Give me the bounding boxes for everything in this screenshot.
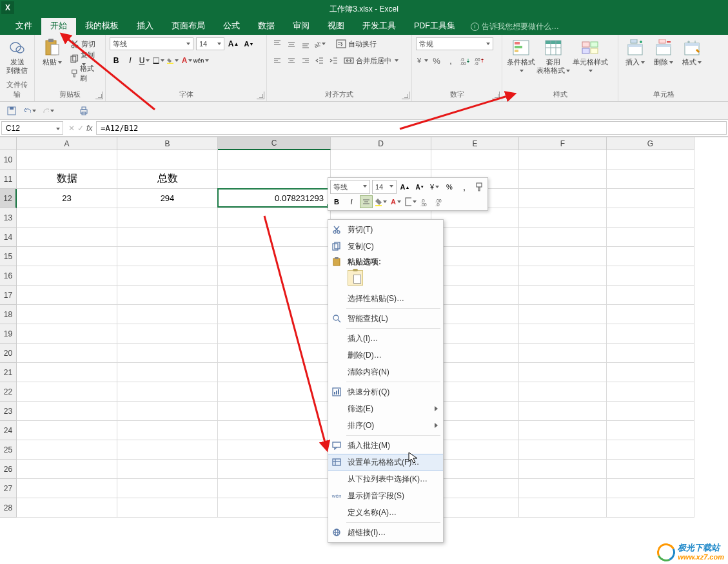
cell-C19[interactable] — [218, 324, 331, 344]
cell-A16[interactable] — [17, 266, 117, 286]
cell-C26[interactable] — [218, 460, 331, 479]
ctx-paste-default[interactable] — [348, 270, 363, 286]
format-painter-button[interactable]: 格式刷 — [68, 67, 101, 80]
cell-F25[interactable] — [519, 440, 607, 460]
cell-G24[interactable] — [607, 421, 694, 440]
mini-align-center-icon[interactable] — [360, 195, 373, 208]
format-as-table-button[interactable]: 套用 表格格式 — [538, 37, 568, 75]
cell-B13[interactable] — [117, 208, 218, 228]
cell-A25[interactable] — [17, 440, 117, 460]
tab-data[interactable]: 数据 — [249, 17, 284, 35]
cell-B18[interactable] — [117, 305, 218, 324]
cut-button[interactable]: 剪切 — [68, 37, 101, 50]
cell-G18[interactable] — [607, 305, 694, 324]
cell-B23[interactable] — [117, 402, 218, 421]
cell-A23[interactable] — [17, 402, 117, 421]
cell-E27[interactable] — [431, 479, 519, 498]
ctx-clear[interactable]: 清除内容(N) — [328, 364, 443, 380]
ctx-filter[interactable]: 筛选(E) — [328, 400, 443, 417]
cell-A19[interactable] — [17, 324, 117, 344]
decrease-font-icon[interactable]: A▼ — [242, 37, 255, 50]
border-button[interactable] — [152, 54, 165, 67]
ctx-sort[interactable]: 排序(O) — [328, 417, 443, 434]
cell-C28[interactable] — [218, 498, 331, 518]
cell-F27[interactable] — [519, 479, 607, 498]
mini-font-combo[interactable]: 等线 — [330, 180, 370, 194]
cell-B26[interactable] — [117, 460, 218, 479]
tab-templates[interactable]: 我的模板 — [76, 17, 128, 35]
cell-F17[interactable] — [519, 286, 607, 305]
align-bottom-icon[interactable] — [299, 37, 312, 50]
row-header-26[interactable]: 26 — [0, 460, 17, 479]
cell-G22[interactable] — [607, 382, 694, 402]
row-header-13[interactable]: 13 — [0, 208, 17, 228]
cell-B27[interactable] — [117, 479, 218, 498]
cell-B15[interactable] — [117, 247, 218, 266]
increase-font-icon[interactable]: A▲ — [227, 37, 240, 50]
col-header-F[interactable]: F — [519, 137, 607, 150]
mini-painter-icon[interactable] — [473, 180, 486, 193]
align-right-icon[interactable] — [299, 54, 312, 67]
cell-E18[interactable] — [431, 305, 519, 324]
cell-C22[interactable] — [218, 382, 331, 402]
cell-F22[interactable] — [519, 382, 607, 402]
mini-increase-font-icon[interactable]: A▲ — [398, 180, 411, 193]
mini-size-combo[interactable]: 14 — [372, 180, 397, 194]
ctx-insert[interactable]: 插入(I)… — [328, 330, 443, 347]
cell-C27[interactable] — [218, 479, 331, 498]
tab-dev[interactable]: 开发工具 — [353, 17, 405, 35]
ctx-format-cells[interactable]: 设置单元格格式(F)… — [328, 454, 443, 471]
mini-fill-icon[interactable] — [375, 195, 388, 208]
cell-F12[interactable] — [519, 189, 607, 208]
increase-indent-icon[interactable] — [328, 54, 340, 67]
cell-G20[interactable] — [607, 344, 694, 363]
cell-E10[interactable] — [431, 150, 519, 170]
cell-B24[interactable] — [117, 421, 218, 440]
row-header-10[interactable]: 10 — [0, 150, 17, 170]
cell-F28[interactable] — [519, 498, 607, 518]
cell-F18[interactable] — [519, 305, 607, 324]
cell-E15[interactable] — [431, 247, 519, 266]
cancel-formula-icon[interactable]: ✕ — [68, 124, 75, 133]
row-header-18[interactable]: 18 — [0, 305, 17, 324]
tab-layout[interactable]: 页面布局 — [162, 17, 214, 35]
font-size-combo[interactable]: 14 — [196, 37, 224, 50]
cell-G17[interactable] — [607, 286, 694, 305]
number-format-combo[interactable]: 常规 — [416, 37, 493, 50]
font-name-combo[interactable]: 等线 — [110, 37, 193, 50]
row-header-14[interactable]: 14 — [0, 228, 17, 247]
font-launcher[interactable] — [257, 92, 264, 99]
italic-button[interactable]: I — [124, 54, 137, 67]
cell-A20[interactable] — [17, 344, 117, 363]
mini-decrease-font-icon[interactable]: A▼ — [413, 180, 426, 193]
select-all-corner[interactable] — [0, 137, 17, 150]
tab-file[interactable]: 文件 — [6, 17, 41, 35]
format-cells-button[interactable]: 格式 — [679, 37, 705, 66]
align-center-icon[interactable] — [285, 54, 298, 67]
row-header-12[interactable]: 12 — [0, 189, 17, 208]
clipboard-launcher[interactable] — [95, 92, 103, 99]
tab-pdf[interactable]: PDF工具集 — [405, 17, 464, 35]
save-icon[interactable] — [5, 104, 18, 117]
cell-F14[interactable] — [519, 228, 607, 247]
cell-B25[interactable] — [117, 440, 218, 460]
align-left-icon[interactable] — [271, 54, 284, 67]
cell-C15[interactable] — [218, 247, 331, 266]
ctx-cut[interactable]: 剪切(T) — [328, 221, 443, 238]
cell-G16[interactable] — [607, 266, 694, 286]
mini-percent-icon[interactable]: % — [443, 180, 456, 193]
wrap-text-button[interactable]: 自动换行 — [334, 37, 379, 50]
cell-A14[interactable] — [17, 228, 117, 247]
tab-home[interactable]: 开始 — [41, 17, 76, 35]
cell-B20[interactable] — [117, 344, 218, 363]
comma-format-icon[interactable]: , — [444, 54, 457, 67]
cell-C13[interactable] — [218, 208, 331, 228]
cell-F23[interactable] — [519, 402, 607, 421]
cell-E20[interactable] — [431, 344, 519, 363]
ctx-hyperlink[interactable]: 超链接(I)… — [328, 524, 443, 541]
ctx-pinyin[interactable]: wén 显示拼音字段(S) — [328, 487, 443, 504]
cell-G26[interactable] — [607, 460, 694, 479]
conditional-format-button[interactable]: 条件格式 — [506, 37, 536, 75]
cell-G10[interactable] — [607, 150, 694, 170]
cell-A26[interactable] — [17, 460, 117, 479]
